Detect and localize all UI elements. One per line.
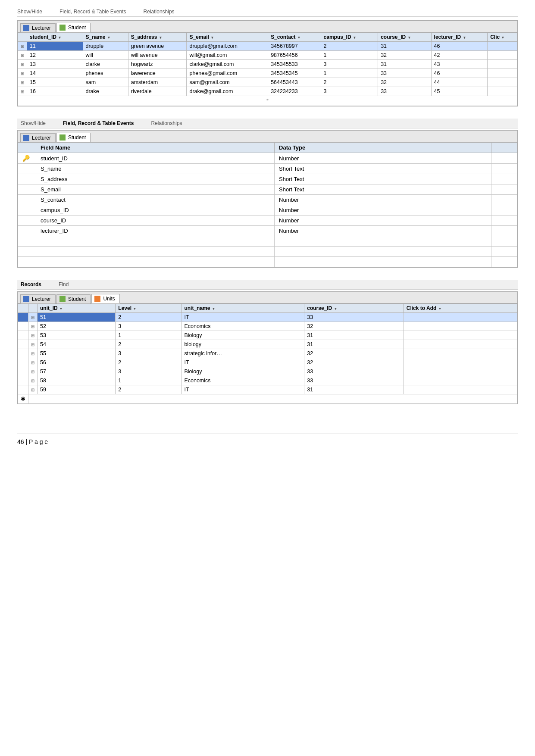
col-saddress-header[interactable]: S_address ▾ xyxy=(128,33,187,42)
units-header-row: unit_ID ▾ Level ▾ unit_name ▾ course_ID … xyxy=(18,304,517,313)
table-row[interactable]: ⊞ 57 3 Biology 33 xyxy=(18,367,517,376)
col-student-id-header[interactable]: student_ID ▾ xyxy=(27,33,83,42)
tab-student[interactable]: Student xyxy=(56,23,91,32)
table-new-row[interactable]: * xyxy=(18,96,517,106)
design-row[interactable]: S_name Short Text xyxy=(18,164,517,174)
cell-clic xyxy=(488,51,517,60)
top-nav-bar: Show/Hide Field, Record & Table Events R… xyxy=(17,9,518,17)
table-row[interactable]: ⊞ 15 sam amsterdam sam@gmail.com 5644534… xyxy=(18,78,517,87)
cell-scontact: 345345533 xyxy=(268,60,321,69)
table-row[interactable]: ⊞ 52 3 Economics 32 xyxy=(18,322,517,331)
design-row[interactable]: S_contact Number xyxy=(18,195,517,205)
table-row[interactable]: ⊞ 58 1 Economics 33 xyxy=(18,376,517,385)
units-expand-btn[interactable]: ⊞ xyxy=(28,313,38,322)
units-new-row[interactable]: ✱ xyxy=(18,394,517,404)
units-expand-btn[interactable]: ⊞ xyxy=(28,367,38,376)
units-section-records[interactable]: Records xyxy=(21,281,41,287)
design-field-name-cell: S_email xyxy=(36,184,275,195)
section-show-hide[interactable]: Show/Hide xyxy=(21,120,46,126)
cell-clic xyxy=(488,60,517,69)
design-tab-student[interactable]: Student xyxy=(56,133,91,142)
col-campus-header[interactable]: campus_ID ▾ xyxy=(321,33,378,42)
units-row-sel xyxy=(18,322,28,331)
nav-field-record[interactable]: Field, Record & Table Events xyxy=(59,9,126,15)
row-expand-btn[interactable]: ⊞ xyxy=(18,87,27,96)
design-row[interactable]: 🔑 student_ID Number xyxy=(18,153,517,164)
table-row[interactable]: ⊞ 54 2 biology 31 xyxy=(18,340,517,349)
units-expand-btn[interactable]: ⊞ xyxy=(28,331,38,340)
col-scontact-header[interactable]: S_contact ▾ xyxy=(268,33,321,42)
units-expand-btn[interactable]: ⊞ xyxy=(28,322,38,331)
cell-unit-id: 57 xyxy=(38,367,116,376)
table-row[interactable]: ⊞ 53 1 Biology 31 xyxy=(18,331,517,340)
units-col-name-header[interactable]: unit_name ▾ xyxy=(181,304,304,313)
nav-show-hide[interactable]: Show/Hide xyxy=(17,9,42,15)
col-course-header[interactable]: course_ID ▾ xyxy=(378,33,431,42)
design-row[interactable]: S_address Short Text xyxy=(18,174,517,184)
table-row[interactable]: ⊞ 13 clarke hogwartz clarke@gmail.com 34… xyxy=(18,60,517,69)
cell-click-to-add xyxy=(404,313,517,322)
design-extra-cell xyxy=(491,153,517,164)
units-expand-btn[interactable]: ⊞ xyxy=(28,340,38,349)
units-row-sel xyxy=(18,331,28,340)
units-tab-units[interactable]: Units xyxy=(91,294,119,303)
design-field-name-cell: campus_ID xyxy=(36,205,275,216)
cell-sname: drake xyxy=(83,87,128,96)
design-row[interactable]: S_email Short Text xyxy=(18,184,517,195)
units-col-level-header[interactable]: Level ▾ xyxy=(116,304,181,313)
units-col-unit-id-header[interactable]: unit_ID ▾ xyxy=(38,304,116,313)
lecturer-table-icon xyxy=(23,25,29,31)
units-expand-btn[interactable]: ⊞ xyxy=(28,376,38,385)
section-field-record[interactable]: Field, Record & Table Events xyxy=(63,120,134,126)
cell-semail: phenes@gmail.com xyxy=(187,69,268,78)
row-expand-btn[interactable]: ⊞ xyxy=(18,69,27,78)
section-relationships[interactable]: Relationships xyxy=(151,120,182,126)
design-row[interactable] xyxy=(18,257,517,267)
table-row[interactable]: ⊞ 55 3 strategic infor… 32 xyxy=(18,349,517,358)
cell-click-to-add xyxy=(404,349,517,358)
units-col-course-header[interactable]: course_ID ▾ xyxy=(304,304,404,313)
design-data-type-cell: Number xyxy=(275,216,491,226)
page-number: 46 xyxy=(17,438,24,445)
col-clic-header[interactable]: Clic ▾ xyxy=(488,33,517,42)
level-arrow: ▾ xyxy=(134,306,136,311)
units-expand-btn[interactable]: ⊞ xyxy=(28,358,38,367)
units-expand-btn[interactable]: ⊞ xyxy=(28,385,38,394)
row-expand-btn[interactable]: ⊞ xyxy=(18,42,27,51)
units-expand-btn[interactable]: ⊞ xyxy=(28,349,38,358)
units-tab-lecturer[interactable]: Lecturer xyxy=(20,294,56,303)
cell-student-id: 12 xyxy=(27,51,83,60)
nav-relationships[interactable]: Relationships xyxy=(144,9,175,15)
key-icon: 🔑 xyxy=(22,155,30,162)
units-section-find[interactable]: Find xyxy=(59,281,69,287)
design-row[interactable]: lecturer_ID Number xyxy=(18,226,517,236)
cell-student-id: 16 xyxy=(27,87,83,96)
table-row[interactable]: ⊞ 16 drake riverdale drake@gmail.com 324… xyxy=(18,87,517,96)
design-data-type-cell: Number xyxy=(275,195,491,205)
table-row[interactable]: ⊞ 11 drupple green avenue drupple@gmail.… xyxy=(18,42,517,51)
table-row[interactable]: ⊞ 56 2 IT 32 xyxy=(18,358,517,367)
design-tab-bar: Lecturer Student xyxy=(18,131,517,142)
table-row[interactable]: ⊞ 51 2 IT 33 xyxy=(18,313,517,322)
row-expand-btn[interactable]: ⊞ xyxy=(18,78,27,87)
table-row[interactable]: ⊞ 12 will will avenue will@gmail.com 987… xyxy=(18,51,517,60)
units-tab-student[interactable]: Student xyxy=(56,294,91,303)
units-col-click-to-add-header[interactable]: Click to Add ▾ xyxy=(404,304,517,313)
tab-lecturer[interactable]: Lecturer xyxy=(20,23,56,32)
design-row[interactable]: campus_ID Number xyxy=(18,205,517,216)
col-semail-header[interactable]: S_email ▾ xyxy=(187,33,268,42)
col-lecturer-header[interactable]: lecturer_ID ▾ xyxy=(431,33,488,42)
row-expand-btn[interactable]: ⊞ xyxy=(18,60,27,69)
table-row[interactable]: ⊞ 59 2 IT 31 xyxy=(18,385,517,394)
col-sname-header[interactable]: S_name ▾ xyxy=(83,33,128,42)
design-row[interactable]: course_ID Number xyxy=(18,216,517,226)
design-row[interactable] xyxy=(18,236,517,247)
cell-scontact: 345678997 xyxy=(268,42,321,51)
table-row[interactable]: ⊞ 14 phenes lawerence phenes@gmail.com 3… xyxy=(18,69,517,78)
design-tab-lecturer[interactable]: Lecturer xyxy=(20,133,56,142)
design-row[interactable] xyxy=(18,247,517,257)
cell-clic xyxy=(488,42,517,51)
design-data-type-header: Data Type xyxy=(275,143,491,153)
row-expand-btn[interactable]: ⊞ xyxy=(18,51,27,60)
cell-course: 33 xyxy=(378,69,431,78)
